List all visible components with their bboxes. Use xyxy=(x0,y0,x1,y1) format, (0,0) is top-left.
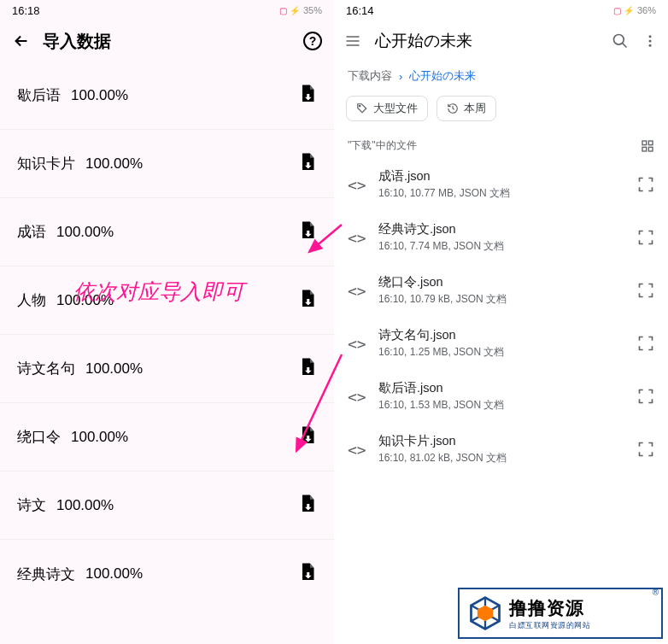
grid-view-icon[interactable] xyxy=(641,139,654,153)
expand-icon[interactable] xyxy=(637,441,654,458)
logo-subtitle: 白嫖互联网资源的网站 xyxy=(509,620,590,631)
status-bar: 16:14 ▢ ⚡ 36% xyxy=(334,0,668,20)
list-item[interactable]: 绕口令100.00% xyxy=(0,403,334,471)
chip-this-week[interactable]: 本周 xyxy=(437,96,496,121)
logo-icon xyxy=(466,594,504,632)
section-label: "下载"中的文件 xyxy=(348,138,417,153)
import-file-icon[interactable] xyxy=(300,290,315,312)
expand-icon[interactable] xyxy=(637,176,654,193)
import-file-icon[interactable] xyxy=(300,221,315,243)
expand-icon[interactable] xyxy=(637,388,654,405)
app-toolbar: 心开始の未来 xyxy=(334,20,668,61)
section-header: "下载"中的文件 xyxy=(334,126,668,158)
breadcrumb-current: 心开始の未来 xyxy=(409,68,476,84)
file-name: 成语.json xyxy=(378,168,624,184)
svg-rect-8 xyxy=(648,147,653,151)
status-bar: 16:18 ▢ ⚡ 35% xyxy=(0,0,334,20)
list-item[interactable]: 歇后语100.00% xyxy=(0,61,334,130)
item-label: 诗文名句 xyxy=(17,359,75,378)
svg-rect-5 xyxy=(642,141,647,145)
file-info: 经典诗文.json16:10, 7.74 MB, JSON 文档 xyxy=(378,221,624,254)
history-icon xyxy=(447,102,459,114)
file-item[interactable]: <>绕口令.json16:10, 10.79 kB, JSON 文档 xyxy=(334,264,668,317)
breadcrumb: 下载内容 › 心开始の未来 xyxy=(334,61,668,91)
tag-icon xyxy=(356,102,368,114)
file-meta: 16:10, 81.02 kB, JSON 文档 xyxy=(378,451,624,465)
import-file-icon[interactable] xyxy=(300,563,315,585)
file-name: 歇后语.json xyxy=(378,380,624,396)
chevron-right-icon: › xyxy=(399,70,402,83)
svg-point-3 xyxy=(649,44,652,47)
search-icon[interactable] xyxy=(612,32,629,50)
svg-rect-6 xyxy=(648,141,653,145)
code-icon: <> xyxy=(348,229,365,247)
annotation-text: 依次对应导入即可 xyxy=(73,278,244,306)
code-icon: <> xyxy=(348,282,365,300)
file-meta: 16:10, 10.79 kB, JSON 文档 xyxy=(378,292,624,307)
list-item[interactable]: 诗文名句100.00% xyxy=(0,335,334,403)
item-label: 人物 xyxy=(17,290,46,310)
file-item[interactable]: <>歇后语.json16:10, 1.53 MB, JSON 文档 xyxy=(334,370,668,423)
battery-pct: 36% xyxy=(637,5,656,15)
battery-pct: 35% xyxy=(303,5,322,15)
file-info: 成语.json16:10, 10.77 MB, JSON 文档 xyxy=(378,168,624,201)
file-name: 绕口令.json xyxy=(378,274,624,290)
import-screen: 16:18 ▢ ⚡ 35% 导入数据 ? 歇后语100.00% 知识卡片100.… xyxy=(0,0,334,644)
help-icon[interactable]: ? xyxy=(303,32,322,50)
list-item[interactable]: 经典诗文100.00% xyxy=(0,540,334,608)
item-label: 成语 xyxy=(17,222,46,242)
file-meta: 16:10, 7.74 MB, JSON 文档 xyxy=(378,239,624,254)
item-label: 歇后语 xyxy=(17,85,61,105)
file-item[interactable]: <>经典诗文.json16:10, 7.74 MB, JSON 文档 xyxy=(334,211,668,264)
file-meta: 16:10, 1.53 MB, JSON 文档 xyxy=(378,398,624,413)
file-meta: 16:10, 1.25 MB, JSON 文档 xyxy=(378,345,624,360)
file-info: 绕口令.json16:10, 10.79 kB, JSON 文档 xyxy=(378,274,624,307)
status-right: ▢ ⚡ 36% xyxy=(613,5,656,15)
battery-icon: ▢ ⚡ xyxy=(279,6,300,15)
list-item[interactable]: 成语100.00% xyxy=(0,198,334,266)
code-icon: <> xyxy=(348,441,365,459)
import-file-icon[interactable] xyxy=(300,495,315,517)
chip-label: 本周 xyxy=(464,101,486,116)
file-info: 诗文名句.json16:10, 1.25 MB, JSON 文档 xyxy=(378,327,624,360)
chip-large-files[interactable]: 大型文件 xyxy=(346,96,428,121)
code-icon: <> xyxy=(348,335,365,353)
list-item[interactable]: 诗文100.00% xyxy=(0,471,334,540)
files-screen: 16:14 ▢ ⚡ 36% 心开始の未来 下载内容 › 心开始の未来 大型文件 … xyxy=(334,0,668,644)
svg-rect-7 xyxy=(642,147,647,151)
list-item[interactable]: 知识卡片100.00% xyxy=(0,130,334,198)
back-icon[interactable] xyxy=(12,32,31,50)
code-icon: <> xyxy=(348,176,365,194)
item-pct: 100.00% xyxy=(56,497,114,514)
expand-icon[interactable] xyxy=(637,282,654,299)
file-item[interactable]: <>成语.json16:10, 10.77 MB, JSON 文档 xyxy=(334,158,668,211)
status-time: 16:18 xyxy=(12,4,40,17)
expand-icon[interactable] xyxy=(637,335,654,352)
file-name: 知识卡片.json xyxy=(378,433,624,449)
import-file-icon[interactable] xyxy=(300,426,315,448)
status-time: 16:14 xyxy=(346,4,374,17)
expand-icon[interactable] xyxy=(637,229,654,246)
page-title: 导入数据 xyxy=(43,30,291,53)
svg-point-2 xyxy=(649,40,652,43)
item-label: 经典诗文 xyxy=(17,565,75,584)
logo-title: 撸撸资源 xyxy=(509,596,590,620)
svg-point-4 xyxy=(359,105,360,107)
file-item[interactable]: <>知识卡片.json16:10, 81.02 kB, JSON 文档 xyxy=(334,423,668,476)
item-pct: 100.00% xyxy=(85,360,143,378)
import-file-icon[interactable] xyxy=(300,85,315,107)
item-pct: 100.00% xyxy=(85,565,143,583)
watermark-logo: 撸撸资源 白嫖互联网资源的网站 ® xyxy=(458,588,663,639)
breadcrumb-root[interactable]: 下载内容 xyxy=(348,68,392,84)
chip-label: 大型文件 xyxy=(373,101,418,116)
import-file-icon[interactable] xyxy=(300,358,315,380)
item-label: 知识卡片 xyxy=(17,154,75,173)
file-item[interactable]: <>诗文名句.json16:10, 1.25 MB, JSON 文档 xyxy=(334,317,668,370)
item-label: 绕口令 xyxy=(17,427,61,447)
import-file-icon[interactable] xyxy=(300,153,315,175)
status-right: ▢ ⚡ 35% xyxy=(279,5,322,15)
more-icon[interactable] xyxy=(642,32,658,50)
file-name: 诗文名句.json xyxy=(378,327,624,343)
menu-icon[interactable] xyxy=(344,32,361,50)
file-info: 歇后语.json16:10, 1.53 MB, JSON 文档 xyxy=(378,380,624,413)
